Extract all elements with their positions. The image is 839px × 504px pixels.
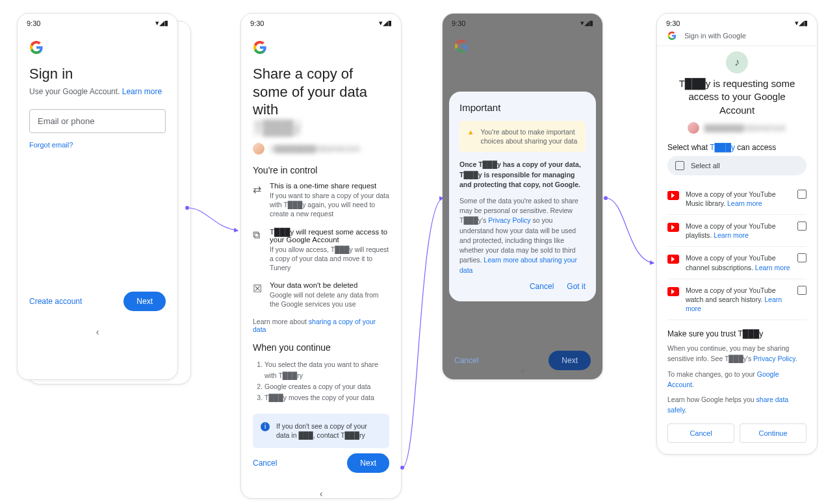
page-title: Sign in xyxy=(29,65,166,83)
info-note: i If you don't see a copy of your data i… xyxy=(253,414,389,448)
checkbox[interactable] xyxy=(675,161,684,170)
status-bar: 9:30 ▾◢▮ xyxy=(443,14,602,30)
dialog-gotit-button[interactable]: Got it xyxy=(567,282,586,291)
warning-banner: ▲ You're about to make important choices… xyxy=(459,121,586,152)
dialog-text: Some of the data you're asked to share m… xyxy=(459,196,586,275)
learn-more-link[interactable]: Learn more xyxy=(755,264,790,271)
status-icons: ▾◢▮ xyxy=(379,19,392,27)
dialog-cancel-button[interactable]: Cancel xyxy=(530,282,554,291)
status-time: 9:30 xyxy=(452,19,465,27)
account-chip[interactable]: d████████tt@gmail.com xyxy=(253,143,389,155)
privacy-policy-link[interactable]: Privacy Policy xyxy=(488,216,530,224)
permission-item: Move a copy of your YouTube playlists. L… xyxy=(667,215,807,247)
trust-heading: Make sure you trust T███y xyxy=(667,329,807,338)
back-icon[interactable]: ‹ xyxy=(96,327,99,337)
forgot-email-link[interactable]: Forgot email? xyxy=(29,141,73,149)
app-icon: ♪ xyxy=(726,51,748,73)
account-email: d████████tt@gmail.com xyxy=(270,145,361,153)
svg-point-2 xyxy=(604,196,608,200)
permission-item: Move a copy of your YouTube Music librar… xyxy=(667,183,807,215)
status-icons: ▾◢▮ xyxy=(155,19,168,27)
status-icons: ▾◢▮ xyxy=(795,19,808,27)
account-chip[interactable]: ████████tt@gmail.com xyxy=(667,122,807,134)
info-item-onetime: ⇄ This is a one-time share request If yo… xyxy=(253,182,389,219)
next-button[interactable]: Next xyxy=(347,453,389,473)
continue-steps: You select the data you want to share wi… xyxy=(253,359,389,403)
dialog-text-bold: Once T███y has a copy of your data, T███… xyxy=(459,160,586,190)
checkbox[interactable] xyxy=(797,190,807,199)
checkbox[interactable] xyxy=(797,221,807,231)
request-title: T███y is requesting some access to your … xyxy=(667,77,807,117)
status-bar: 9:30 ▾◢▮ xyxy=(241,14,401,30)
next-button[interactable]: Next xyxy=(123,292,166,311)
important-dialog: Important ▲ You're about to make importa… xyxy=(449,92,596,301)
section-heading: When you continue xyxy=(253,342,389,353)
youtube-icon xyxy=(667,255,679,264)
create-account-button[interactable]: Create account xyxy=(29,292,82,311)
status-time: 9:30 xyxy=(666,19,680,27)
screen-share-consent: 9:30 ▾◢▮ Share a copy of some of your da… xyxy=(240,13,402,499)
subtitle: Use your Google Account. Learn more xyxy=(29,87,166,96)
screen-permissions: 9:30 ▾◢▮ Sign in with Google ♪ T███y is … xyxy=(656,13,818,455)
info-item-nodelete: ☒ Your data won't be deleted Google will… xyxy=(253,281,389,309)
info-item-access: ⧉ T███y will request some access to your… xyxy=(253,228,389,273)
app-name-link[interactable]: T███y xyxy=(710,143,735,152)
back-icon: ‹ xyxy=(521,365,524,375)
copy-icon: ⧉ xyxy=(253,228,263,273)
app-name-blur: T███y xyxy=(253,120,302,136)
youtube-icon xyxy=(667,191,679,200)
swap-icon: ⇄ xyxy=(253,182,263,219)
cancel-button[interactable]: Cancel xyxy=(667,423,734,443)
youtube-icon xyxy=(667,287,679,296)
screen-important-modal: 9:30 ▾◢▮ Cancel Next ‹ Important ▲ You'r… xyxy=(442,13,603,380)
warning-icon: ▲ xyxy=(467,127,474,145)
checkbox[interactable] xyxy=(797,286,807,295)
dialog-title: Important xyxy=(459,102,586,113)
status-bar: 9:30 ▾◢▮ xyxy=(657,14,817,30)
learn-more-link[interactable]: Learn more xyxy=(727,199,762,207)
account-email: ████████tt@gmail.com xyxy=(703,124,786,132)
signin-header: Sign in with Google xyxy=(667,30,807,45)
email-field[interactable]: Email or phone xyxy=(29,109,166,133)
archive-icon: ☒ xyxy=(253,281,263,309)
select-heading: Select what T███y can access xyxy=(667,143,807,152)
google-logo-icon xyxy=(253,40,267,55)
screen-signin: 9:30 ▾◢▮ Sign in Use your Google Account… xyxy=(17,13,178,380)
avatar-icon xyxy=(688,122,699,134)
info-icon: i xyxy=(261,422,270,431)
status-icons: ▾◢▮ xyxy=(580,19,593,27)
status-time: 9:30 xyxy=(27,19,40,27)
learn-more-link[interactable]: Learn more xyxy=(122,87,162,96)
youtube-icon xyxy=(667,223,679,232)
status-bar: 9:30 ▾◢▮ xyxy=(18,14,177,30)
privacy-policy-link[interactable]: Privacy Policy xyxy=(753,355,795,362)
google-logo-icon xyxy=(454,39,469,53)
section-heading: You're in control xyxy=(253,165,389,175)
continue-button[interactable]: Continue xyxy=(740,423,807,443)
checkbox[interactable] xyxy=(797,253,807,262)
google-logo-icon xyxy=(667,31,677,40)
avatar-icon xyxy=(253,143,265,155)
google-logo-icon xyxy=(29,40,44,55)
select-all-row[interactable]: Select all xyxy=(667,156,807,175)
learn-more-link[interactable]: Learn more xyxy=(714,231,749,239)
cancel-button[interactable]: Cancel xyxy=(253,453,277,473)
page-title: Share a copy of some of your data with T… xyxy=(253,65,389,136)
permission-item: Move a copy of your YouTube channel subs… xyxy=(667,247,807,279)
status-time: 9:30 xyxy=(250,19,264,27)
permission-item: Move a copy of your YouTube watch and se… xyxy=(667,279,807,321)
flow-arrow-icon xyxy=(600,188,665,279)
back-icon[interactable]: ‹ xyxy=(320,488,323,499)
